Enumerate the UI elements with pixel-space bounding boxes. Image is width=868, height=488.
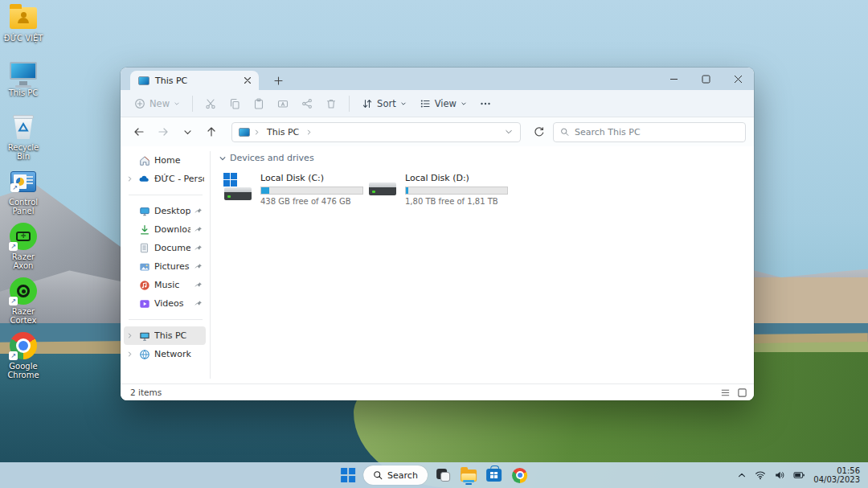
cut-button[interactable]	[199, 95, 222, 113]
rename-button[interactable]	[272, 95, 294, 113]
sidebar-item-desktop[interactable]: Desktop	[124, 202, 206, 220]
start-button[interactable]	[338, 465, 358, 486]
taskbar-search-label: Search	[387, 470, 418, 481]
details-view-button[interactable]	[720, 388, 731, 398]
sidebar-item-pictures[interactable]: Pictures	[124, 257, 206, 276]
chevron-down-icon	[461, 100, 467, 107]
group-label: Devices and drives	[230, 153, 314, 163]
delete-icon	[326, 98, 337, 109]
cut-icon	[205, 98, 216, 109]
explorer-search[interactable]	[553, 122, 746, 142]
new-label: New	[149, 98, 170, 109]
file-explorer-taskbar-button[interactable]	[458, 465, 479, 486]
drive-name: Local Disk (D:)	[405, 173, 503, 184]
desktop-icon-this-pc[interactable]: This PC	[2, 58, 45, 111]
copy-button[interactable]	[223, 95, 246, 113]
pin-icon[interactable]	[194, 222, 203, 237]
desktop-icon	[138, 205, 150, 217]
tab-this-pc[interactable]: This PC	[130, 71, 259, 90]
share-button[interactable]	[296, 95, 318, 113]
breadcrumb-separator-icon	[253, 129, 260, 136]
pin-icon[interactable]	[194, 203, 203, 219]
tab-close-icon[interactable]	[241, 74, 254, 87]
desktop-icon-column: ĐỨC VIỆT This PC Recycle Bin ↗ Control P…	[2, 3, 45, 386]
refresh-button[interactable]	[529, 121, 550, 142]
drive-c-tile[interactable]: Local Disk (C:) 438 GB free of 476 GB	[219, 170, 363, 209]
sort-button[interactable]: Sort	[356, 95, 412, 113]
sidebar-item-music[interactable]: Music	[124, 276, 206, 294]
expand-chevron-icon[interactable]	[126, 175, 134, 182]
monitor-icon	[10, 62, 37, 83]
breadcrumb-this-pc[interactable]: This PC	[264, 125, 302, 139]
drive-d-tile[interactable]: Local Disk (D:) 1,80 TB free of 1,81 TB	[363, 170, 508, 209]
windows-logo-icon	[341, 468, 355, 482]
address-dropdown-button[interactable]	[501, 124, 517, 140]
paste-button[interactable]	[248, 95, 270, 113]
battery-icon[interactable]	[790, 465, 809, 486]
desktop-icon-razer-cortex[interactable]: ↗ Razer Cortex	[2, 277, 45, 330]
collapse-chevron-icon	[219, 154, 227, 162]
pin-icon[interactable]	[194, 277, 203, 293]
volume-icon[interactable]	[771, 465, 788, 486]
sidebar-divider	[129, 195, 203, 195]
expand-chevron-icon[interactable]	[126, 351, 134, 358]
razer-axon-icon: ↗	[10, 223, 37, 250]
paste-icon	[253, 98, 264, 109]
up-button[interactable]	[201, 121, 222, 142]
desktop-icon-label: This PC	[9, 88, 39, 97]
sidebar-item-this-pc[interactable]: This PC	[124, 326, 206, 345]
chrome-taskbar-button[interactable]	[510, 465, 530, 486]
desktop-icon-recycle-bin[interactable]: Recycle Bin	[2, 113, 45, 166]
clock[interactable]: 01:56 04/03/2023	[810, 466, 863, 485]
desktop-icon-razer-axon[interactable]: ↗ Razer Axon	[2, 222, 45, 275]
new-tab-button[interactable]	[272, 74, 285, 87]
wifi-icon[interactable]	[751, 465, 769, 486]
tray-time: 01:56	[813, 466, 860, 476]
hidden-icons-button[interactable]	[734, 465, 750, 486]
drive-usage-bar	[260, 187, 363, 195]
chevron-down-icon	[400, 100, 407, 107]
maximize-button[interactable]	[690, 68, 722, 90]
desktop-icon-user-folder[interactable]: ĐỨC VIỆT	[2, 3, 45, 56]
drive-name: Local Disk (C:)	[260, 173, 358, 184]
more-icon	[480, 98, 491, 109]
microsoft-store-button[interactable]	[484, 465, 505, 486]
chrome-icon: ↗	[10, 332, 37, 359]
pin-icon[interactable]	[194, 296, 203, 311]
sidebar-item-network[interactable]: Network	[124, 345, 206, 363]
tab-title: This PC	[155, 76, 235, 86]
sidebar-item-onedrive-personal[interactable]: ĐỨC - Personal	[124, 170, 206, 188]
large-icons-view-button[interactable]	[737, 388, 747, 398]
file-explorer-icon	[461, 470, 477, 482]
tray-date: 04/03/2023	[813, 475, 860, 485]
pin-icon[interactable]	[194, 240, 203, 256]
address-bar[interactable]: This PC	[231, 122, 521, 142]
delete-button[interactable]	[320, 95, 342, 113]
task-view-button[interactable]	[432, 465, 453, 486]
forward-button[interactable]	[153, 121, 174, 142]
back-button[interactable]	[129, 121, 149, 142]
minimize-button[interactable]	[657, 68, 690, 90]
titlebar[interactable]: This PC	[121, 68, 754, 90]
sidebar-item-home[interactable]: Home	[124, 151, 206, 170]
close-button[interactable]	[722, 68, 754, 90]
sidebar-item-downloads[interactable]: Downloads	[124, 220, 206, 239]
new-button[interactable]: New	[129, 95, 186, 113]
file-list-area: Devices and drives Local Disk (C:)	[211, 146, 754, 383]
desktop-icon-control-panel[interactable]: ↗ Control Panel	[2, 167, 45, 220]
search-input[interactable]	[575, 127, 739, 137]
chevron-down-icon	[174, 100, 180, 107]
pin-icon[interactable]	[194, 259, 203, 274]
taskbar-search[interactable]: Search	[363, 465, 428, 485]
recycle-bin-icon	[13, 115, 34, 139]
see-more-button[interactable]	[474, 95, 497, 113]
desktop-icon-google-chrome[interactable]: ↗ Google Chrome	[2, 331, 45, 384]
devices-and-drives-group[interactable]: Devices and drives	[219, 153, 754, 163]
documents-icon	[138, 242, 150, 254]
recent-locations-button[interactable]	[177, 121, 198, 142]
sidebar-item-documents[interactable]: Documents	[124, 239, 206, 257]
view-button[interactable]: View	[414, 95, 473, 113]
copy-icon	[229, 98, 240, 109]
sidebar-item-videos[interactable]: Videos	[124, 294, 206, 313]
expand-chevron-icon[interactable]	[126, 332, 134, 339]
